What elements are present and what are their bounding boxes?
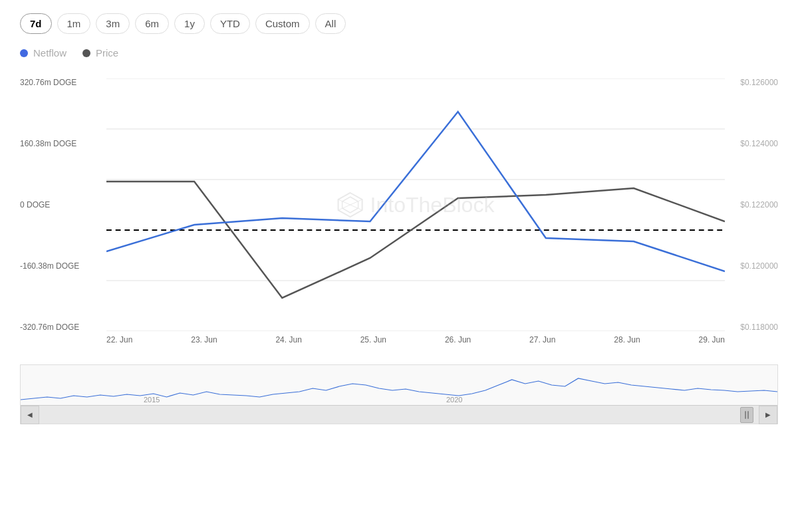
main-container: 7d1m3m6m1yYTDCustomAll Netflow Price 320… bbox=[0, 0, 798, 532]
time-btn-7d[interactable]: 7d bbox=[20, 13, 52, 34]
time-btn-6m[interactable]: 6m bbox=[135, 13, 169, 34]
time-btn-3m[interactable]: 3m bbox=[96, 13, 130, 34]
main-chart-area: 320.76m DOGE160.38m DOGE0 DOGE-160.38m D… bbox=[20, 78, 778, 331]
netflow-line bbox=[106, 112, 725, 271]
x-label-5: 27. Jun bbox=[529, 335, 555, 344]
mini-chart-svg bbox=[21, 365, 777, 405]
mini-chart-inner: 2015 2020 bbox=[21, 365, 777, 405]
y-left-label-1: 160.38m DOGE bbox=[20, 140, 106, 148]
y-right-label-4: $0.118000 bbox=[725, 323, 778, 331]
y-right-label-0: $0.126000 bbox=[725, 78, 778, 86]
time-btn-all[interactable]: All bbox=[315, 13, 346, 34]
time-btn-ytd[interactable]: YTD bbox=[210, 13, 250, 34]
time-btn-1m[interactable]: 1m bbox=[57, 13, 91, 34]
main-chart-svg bbox=[106, 78, 725, 331]
legend-netflow: Netflow bbox=[20, 47, 66, 59]
y-right-label-3: $0.120000 bbox=[725, 262, 778, 270]
y-left-label-0: 320.76m DOGE bbox=[20, 78, 106, 86]
nav-track[interactable] bbox=[39, 406, 759, 424]
chart-wrapper: 320.76m DOGE160.38m DOGE0 DOGE-160.38m D… bbox=[20, 78, 778, 424]
y-left-label-3: -160.38m DOGE bbox=[20, 262, 106, 270]
y-right-label-2: $0.122000 bbox=[725, 201, 778, 209]
time-range-selector: 7d1m3m6m1yYTDCustomAll bbox=[20, 13, 778, 34]
legend-netflow-label: Netflow bbox=[33, 47, 66, 59]
y-left-label-2: 0 DOGE bbox=[20, 201, 106, 209]
time-btn-1y[interactable]: 1y bbox=[174, 13, 205, 34]
x-label-4: 26. Jun bbox=[445, 335, 471, 344]
y-axis-left: 320.76m DOGE160.38m DOGE0 DOGE-160.38m D… bbox=[20, 78, 106, 331]
nav-handle[interactable] bbox=[740, 407, 753, 423]
x-label-2: 24. Jun bbox=[275, 335, 301, 344]
legend-price: Price bbox=[82, 47, 118, 59]
netflow-dot bbox=[20, 49, 28, 57]
x-label-7: 29. Jun bbox=[699, 335, 725, 344]
nav-right-arrow[interactable]: ▶ bbox=[759, 406, 777, 424]
chart-legend: Netflow Price bbox=[20, 47, 778, 59]
nav-left-arrow[interactable]: ◀ bbox=[21, 406, 39, 424]
x-label-1: 23. Jun bbox=[191, 335, 217, 344]
mini-year-2015: 2015 bbox=[144, 396, 160, 404]
x-axis: 22. Jun23. Jun24. Jun25. Jun26. Jun27. J… bbox=[20, 335, 778, 344]
y-left-label-4: -320.76m DOGE bbox=[20, 323, 106, 331]
mini-year-2020: 2020 bbox=[446, 396, 462, 404]
mini-chart-navigator[interactable]: 2015 2020 ◀ ▶ bbox=[20, 364, 778, 424]
navigator-bar[interactable]: ◀ ▶ bbox=[21, 405, 777, 424]
y-right-label-1: $0.124000 bbox=[725, 140, 778, 148]
price-dot bbox=[82, 49, 90, 57]
x-label-3: 25. Jun bbox=[360, 335, 386, 344]
y-axis-right: $0.126000$0.124000$0.122000$0.120000$0.1… bbox=[725, 78, 778, 331]
x-label-6: 28. Jun bbox=[614, 335, 640, 344]
time-btn-custom[interactable]: Custom bbox=[255, 13, 310, 34]
x-label-0: 22. Jun bbox=[106, 335, 132, 344]
legend-price-label: Price bbox=[96, 47, 118, 59]
chart-svg-container: IntoTheBlock bbox=[106, 78, 725, 331]
